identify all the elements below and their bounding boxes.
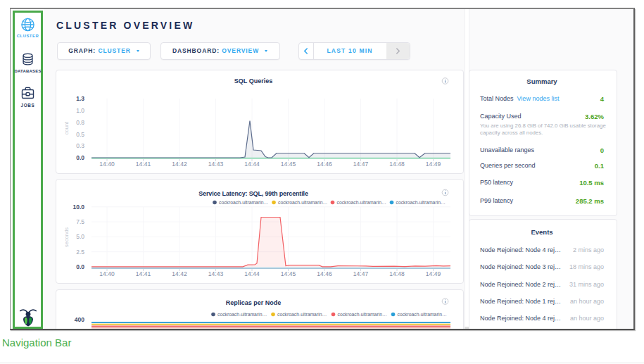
svg-text:7.5: 7.5 xyxy=(76,218,84,225)
svg-text:14:42: 14:42 xyxy=(172,270,187,277)
svg-text:0.0: 0.0 xyxy=(76,263,84,270)
svg-text:0.5: 0.5 xyxy=(76,131,84,138)
svg-text:Service Latency: SQL, 99th per: Service Latency: SQL, 99th percentile xyxy=(198,190,308,197)
svg-text:14:41: 14:41 xyxy=(136,270,151,277)
svg-text:0.3: 0.3 xyxy=(76,142,84,149)
svg-text:CLUSTER: CLUSTER xyxy=(17,34,39,38)
svg-text:5.0: 5.0 xyxy=(76,233,84,240)
svg-text:0.8: 0.8 xyxy=(76,119,84,126)
svg-text:cockroach-ultramarin…: cockroach-ultramarin… xyxy=(396,200,446,205)
svg-text:14:46: 14:46 xyxy=(317,270,332,277)
svg-text:Replicas per Node: Replicas per Node xyxy=(226,299,282,306)
svg-text:0.0: 0.0 xyxy=(76,154,84,161)
svg-text:seconds: seconds xyxy=(63,227,70,247)
svg-text:cockroach-ultramarin…: cockroach-ultramarin… xyxy=(398,312,447,317)
svg-text:400: 400 xyxy=(75,316,84,323)
svg-text:cockroach-ultramarin…: cockroach-ultramarin… xyxy=(337,200,386,205)
svg-text:14:40: 14:40 xyxy=(99,270,115,277)
svg-text:10.0: 10.0 xyxy=(72,203,84,211)
svg-text:cockroach-ultramarin…: cockroach-ultramarin… xyxy=(219,200,268,205)
svg-text:14:44: 14:44 xyxy=(244,270,260,277)
svg-text:14:49: 14:49 xyxy=(426,270,441,277)
svg-text:cockroach-ultramarin…: cockroach-ultramarin… xyxy=(277,312,327,317)
svg-text:DATABASES: DATABASES xyxy=(14,69,41,73)
svg-text:14:43: 14:43 xyxy=(208,270,224,277)
svg-text:14:48: 14:48 xyxy=(389,270,405,277)
svg-text:SQL Queries: SQL Queries xyxy=(234,77,272,84)
svg-text:cockroach-ultramarin…: cockroach-ultramarin… xyxy=(278,200,327,205)
svg-text:cockroach-ultramarin…: cockroach-ultramarin… xyxy=(217,312,267,317)
svg-text:2.5: 2.5 xyxy=(76,249,84,256)
svg-text:14:45: 14:45 xyxy=(281,270,296,277)
svg-text:1.0: 1.0 xyxy=(76,107,84,114)
svg-text:1.3: 1.3 xyxy=(76,95,84,102)
svg-text:count: count xyxy=(63,121,70,134)
svg-text:JOBS: JOBS xyxy=(21,103,35,108)
svg-text:cockroach-ultramarin…: cockroach-ultramarin… xyxy=(338,312,387,317)
svg-text:14:47: 14:47 xyxy=(353,270,369,277)
